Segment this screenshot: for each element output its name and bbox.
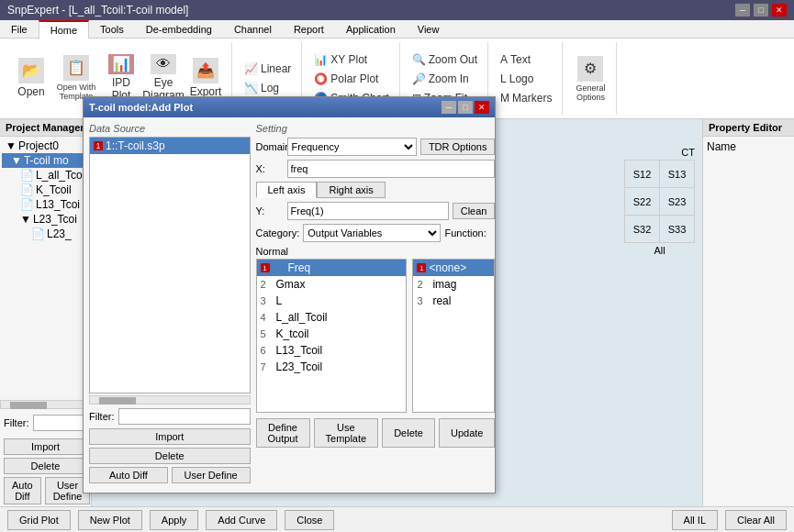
import-btn[interactable]: Import [4,438,87,455]
ds-item-0[interactable]: 1 1::T-coil.s3p [90,138,250,154]
project-tree: ▼ Project0 ▼ T-coil mo 📄 L_all_Tco 📄 K_T… [0,137,91,398]
logo-btn[interactable]: L Logo [496,70,556,88]
ipd-plot-btn[interactable]: 📊 IPD Plot [101,53,141,103]
var-item-freq[interactable]: 1 Freq [257,260,407,276]
ds-scrollbar[interactable] [89,395,251,405]
close-status-btn[interactable]: Close [285,510,334,530]
folder-icon: ▼ [6,139,17,152]
tree-item-l13[interactable]: 📄 L13_Tcoi [2,197,89,212]
linear-btn[interactable]: 📈 Linear [240,60,296,78]
open-btn[interactable]: 📂 Open [11,53,51,103]
ds-btn-row: Auto Diff User Define [89,467,251,483]
linear-icon: 📈 [244,62,258,75]
functions-list: 1 <none> 2 imag 3 real [412,259,495,413]
auto-diff-btn[interactable]: Auto Diff [4,477,41,504]
export-btn[interactable]: 📤 Export [185,53,226,103]
s23-cell[interactable]: S23 [660,188,695,216]
data-source-list: 1 1::T-coil.s3p [89,137,251,393]
doc-icon-l23sub: 📄 [31,227,45,240]
sidebar-scrollbar[interactable] [0,400,91,409]
maximize-btn[interactable]: □ [754,4,768,17]
s12-cell[interactable]: S12 [625,161,660,188]
delete-action-btn[interactable]: Delete [382,418,435,448]
tree-item-tcoil[interactable]: ▼ T-coil mo [2,153,89,168]
y-input[interactable] [287,202,449,220]
ds-auto-diff-btn[interactable]: Auto Diff [89,467,168,483]
zoom-out-btn[interactable]: 🔍 Zoom Out [408,50,482,69]
minimize-btn[interactable]: ─ [735,4,750,17]
var-item-lall[interactable]: 4 L_all_Tcoil [257,309,407,326]
new-plot-btn[interactable]: New Plot [78,510,142,530]
close-btn[interactable]: ✕ [772,4,787,17]
s32-cell[interactable]: S32 [625,216,660,243]
eye-diagram-btn[interactable]: 👁 Eye Diagram [143,53,184,103]
delete-btn[interactable]: Delete [4,458,87,474]
general-items: ⚙ General Options [570,42,610,115]
ds-scrollbar-thumb [99,397,136,405]
text-btn[interactable]: A Text [496,50,556,69]
y-label: Y: [256,205,284,216]
tree-item-l23[interactable]: ▼ L23_Tcoi [2,212,89,227]
export-icon: 📤 [193,58,218,83]
dialog-bottom-btns: Define Output Use Template Delete Update [256,418,496,448]
tab-channel[interactable]: Channel [223,20,283,38]
grid-plot-btn[interactable]: Grid Plot [7,510,71,530]
s13-cell[interactable]: S13 [660,161,695,188]
general-options-btn[interactable]: ⚙ General Options [570,54,610,104]
fn-item-imag[interactable]: 2 imag [413,276,494,293]
tab-report[interactable]: Report [283,20,335,38]
apply-btn[interactable]: Apply [150,510,199,530]
tab-view[interactable]: View [407,20,451,38]
ds-user-define-btn[interactable]: User Define [172,467,251,483]
domain-select[interactable]: Frequency [287,138,417,156]
tdr-options-btn[interactable]: TDR Options [420,139,496,155]
zoom-in-btn[interactable]: 🔎 Zoom In [408,70,482,88]
sparam-matrix: CT S12 S13 S22 S23 S32 S33 All [624,147,695,256]
tree-item-l23sub[interactable]: 📄 L23_ [2,227,89,241]
xy-plot-btn[interactable]: 📊 XY Plot [309,50,393,69]
ds-delete-btn[interactable]: Delete [89,448,251,464]
var-item-l13[interactable]: 6 L13_Tcoil [257,342,407,359]
s22-cell[interactable]: S22 [625,188,660,216]
tab-left-axis[interactable]: Left axis [256,182,318,198]
category-select[interactable]: Output Variables [303,224,441,242]
dialog-minimize-btn[interactable]: ─ [442,101,456,114]
var-item-l[interactable]: 3 L [257,293,407,309]
tab-home[interactable]: Home [39,20,89,39]
ds-filter-input[interactable] [118,408,251,425]
define-output-btn[interactable]: Define Output [256,418,310,448]
tab-deembedding[interactable]: De-embedding [135,20,223,38]
dialog-close-btn[interactable]: ✕ [475,101,489,114]
x-row: X: [256,160,496,178]
polar-plot-btn[interactable]: ⭕ Polar Plot [309,70,393,88]
var-item-ktcoil[interactable]: 5 K_tcoil [257,326,407,342]
settings-header: Setting [256,123,496,134]
use-template-btn[interactable]: Use Template [314,418,379,448]
x-input[interactable] [287,160,496,178]
tab-application[interactable]: Application [335,20,407,38]
var-item-l23[interactable]: 7 L23_Tcoil [257,359,407,375]
clear-all-btn[interactable]: Clear All [725,510,787,530]
tab-right-axis[interactable]: Right axis [317,182,385,198]
y-row: Y: Clean [256,202,496,220]
add-curve-btn[interactable]: Add Curve [206,510,277,530]
data-source-panel: Data Source 1 1::T-coil.s3p Filter: [89,123,251,483]
log-btn[interactable]: 📉 Log [240,79,296,97]
normal-label: Normal [256,246,408,257]
tab-tools[interactable]: Tools [89,20,135,38]
tree-item-project0[interactable]: ▼ Project0 [2,139,89,153]
tree-item-lall[interactable]: 📄 L_all_Tco [2,168,89,183]
tab-file[interactable]: File [0,20,39,38]
fn-item-none[interactable]: 1 <none> [413,260,494,276]
tree-item-k[interactable]: 📄 K_Tcoil [2,183,89,197]
fn-item-real[interactable]: 3 real [413,293,494,309]
var-item-gmax[interactable]: 2 Gmax [257,276,407,293]
open-template-btn[interactable]: 📋 Open With Template [53,53,99,103]
update-btn[interactable]: Update [439,418,495,448]
markers-btn[interactable]: M Markers [496,89,556,107]
s33-cell[interactable]: S33 [660,216,695,243]
ds-import-btn[interactable]: Import [89,428,251,445]
clean-btn[interactable]: Clean [453,203,496,219]
dialog-restore-btn[interactable]: □ [458,101,473,114]
all-il-btn[interactable]: All IL [672,510,718,530]
